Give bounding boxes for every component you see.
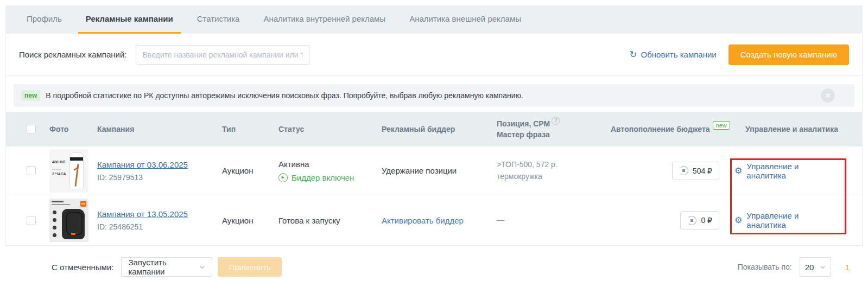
tab-external-ads-analytics[interactable]: Аналитика внешней рекламы (402, 5, 529, 34)
notice-banner: new В подробной статистике по РК доступн… (14, 84, 854, 107)
row-checkbox[interactable] (27, 216, 36, 225)
product-photo-thermo-mug[interactable]: 400 МЛ 2 ЧАСА (49, 149, 88, 193)
header-position-line2: Мастер фраза (497, 130, 550, 139)
campaigns-panel: Поиск рекламных кампаний: ↻ Обновить кам… (5, 34, 863, 246)
status-text: Готова к запуску (278, 216, 382, 225)
refresh-campaigns-label: Обновить кампании (641, 50, 717, 59)
with-selected-label: С отмеченными: (52, 263, 113, 272)
tab-ad-campaigns[interactable]: Рекламные кампании (78, 5, 181, 34)
auto-refill-icon (679, 166, 688, 175)
photo-caption: 400 МЛ (52, 160, 65, 164)
manage-analytics-link[interactable]: ⚙ Управление и аналитика (734, 211, 838, 229)
bidder-enabled-status[interactable]: ▶ Биддер включен (278, 173, 382, 182)
close-icon[interactable]: × (821, 88, 835, 103)
tab-profile[interactable]: Профиль (19, 5, 69, 34)
backpack-graphic (62, 209, 85, 239)
header-status: Статус (278, 125, 382, 133)
product-photo-backpack[interactable]: mi (49, 199, 88, 242)
apply-button[interactable]: Применить (218, 257, 282, 277)
budget-amount: 0 ₽ (701, 216, 712, 225)
question-icon[interactable]: ? (552, 117, 560, 125)
per-page-label: Показывать по: (738, 263, 792, 271)
campaign-type: Аукцион (222, 216, 278, 225)
refresh-campaigns-link[interactable]: ↻ Обновить кампании (629, 50, 716, 59)
photo-caption: 2 ЧАСА (52, 172, 66, 176)
header-position: Позиция, CPM? Мастер фраза (497, 118, 611, 141)
budget-amount: 504 ₽ (693, 167, 712, 175)
activate-bidder-link[interactable]: Активировать биддер (382, 216, 497, 225)
campaign-id: ID: 25979513 (97, 173, 222, 182)
position-line2: термокружка (497, 172, 542, 181)
tab-statistics[interactable]: Статистика (189, 5, 248, 34)
per-page-select[interactable]: 20 (800, 257, 831, 277)
header-type: Тип (222, 125, 278, 133)
position-line1: — (497, 215, 504, 224)
chevron-down-icon (820, 264, 826, 270)
header-budget-label: Автопополнение бюджета (611, 125, 710, 133)
bottle-graphic (69, 152, 84, 189)
auto-refill-budget-button[interactable]: 0 ₽ (680, 211, 719, 229)
campaign-link[interactable]: Кампания от 13.05.2025 (97, 209, 188, 219)
bidder-enabled-label: Биддер включен (292, 173, 354, 182)
search-input[interactable] (136, 45, 309, 65)
per-page-value: 20 (805, 263, 814, 272)
budget-new-badge: new (713, 121, 730, 130)
create-campaign-button[interactable]: Создать новую кампанию (728, 44, 849, 65)
new-badge: new (21, 90, 40, 101)
footer-bar: С отмеченными: Запустить кампании Примен… (5, 246, 863, 287)
table-row: mi Кампания от 13.05.2025 ID: 25486251 А… (6, 195, 862, 246)
auto-refill-budget-button[interactable]: 504 ₽ (672, 162, 719, 180)
auto-refill-icon (687, 216, 696, 225)
manage-analytics-link[interactable]: ⚙ Управление и аналитика (734, 162, 838, 180)
search-row: Поиск рекламных кампаний: ↻ Обновить кам… (6, 34, 862, 76)
search-label: Поиск рекламных кампаний: (19, 50, 127, 59)
manage-analytics-label: Управление и аналитика (746, 211, 838, 229)
campaign-id: ID: 25486251 (97, 222, 222, 231)
page-number[interactable]: 1 (845, 263, 850, 272)
photo-divider (52, 169, 61, 170)
mi-logo: mi (80, 201, 86, 207)
header-position-line1: Позиция, CPM (497, 119, 550, 128)
tabs-bar: Профиль Рекламные кампании Статистика Ан… (5, 5, 863, 34)
header-manage: Управление и аналитика (734, 125, 862, 133)
bidder-mode: Удержание позиции (382, 166, 497, 175)
status-text: Активна (278, 160, 382, 169)
position-info: — (497, 214, 611, 226)
table-row: 400 МЛ 2 ЧАСА Кампания от 03.06.2025 ID:… (6, 146, 862, 195)
notice-text: В подробной статистике по РК доступны ав… (46, 91, 523, 100)
bulk-action-value: Запустить кампании (128, 258, 199, 276)
manage-analytics-label: Управление и аналитика (746, 162, 838, 180)
bulk-action-select[interactable]: Запустить кампании (121, 257, 212, 277)
position-line1: >ТОП-500, 572 р. (497, 160, 557, 169)
header-bidder: Рекламный биддер (382, 125, 497, 133)
table-header: Фото Кампания Тип Статус Рекламный бидде… (6, 112, 862, 146)
header-campaign: Кампания (97, 125, 222, 133)
refresh-icon: ↻ (629, 50, 637, 59)
bidder-on-icon: ▶ (278, 173, 288, 182)
campaign-link[interactable]: Кампания от 03.06.2025 (97, 160, 188, 169)
tab-internal-ads-analytics[interactable]: Аналитика внутренней рекламы (256, 5, 393, 34)
chevron-down-icon (199, 264, 205, 270)
header-budget: Автопополнение бюджетаnew (611, 125, 734, 134)
select-all-checkbox[interactable] (27, 125, 36, 134)
row-checkbox[interactable] (27, 166, 36, 175)
position-info: >ТОП-500, 572 р. термокружка (497, 159, 611, 182)
notice-wrap: new В подробной статистике по РК доступн… (6, 76, 862, 112)
campaign-type: Аукцион (222, 166, 278, 175)
gear-icon: ⚙ (734, 167, 742, 175)
campaigns-page: Профиль Рекламные кампании Статистика Ан… (0, 0, 868, 287)
gear-icon: ⚙ (734, 216, 742, 225)
header-photo: Фото (49, 125, 97, 133)
